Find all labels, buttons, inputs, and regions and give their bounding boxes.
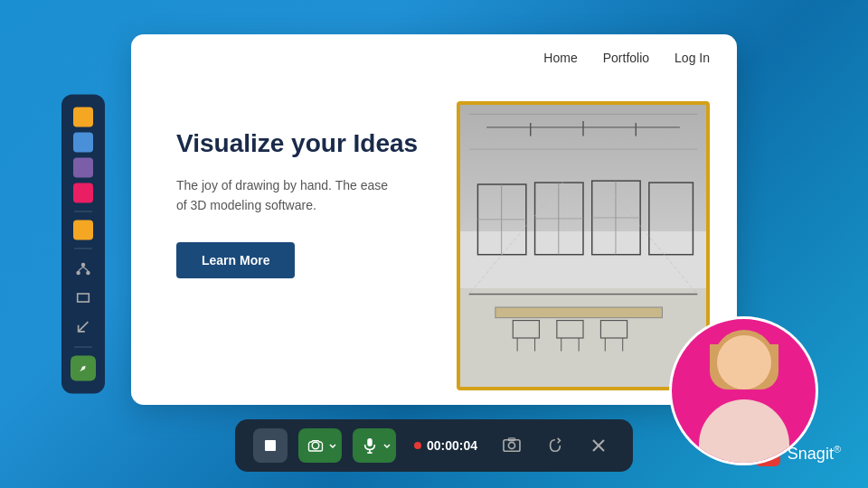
recording-dot	[414, 442, 421, 449]
svg-rect-17	[495, 307, 663, 318]
color-purple[interactable]	[73, 158, 93, 178]
avatar-circle	[669, 316, 818, 465]
mic-dropdown[interactable]	[378, 428, 396, 463]
screenshot-button[interactable]	[495, 429, 528, 462]
camera-group	[298, 428, 342, 463]
stop-button[interactable]	[253, 428, 288, 463]
close-button[interactable]	[582, 429, 615, 462]
color-orange2[interactable]	[73, 221, 93, 240]
avatar-head	[717, 335, 771, 389]
snagit-trademark: ®	[834, 444, 841, 455]
card-body: Visualize your Ideas The joy of drawing …	[131, 65, 737, 390]
svg-rect-21	[557, 321, 583, 338]
svg-rect-40	[367, 438, 372, 446]
avatar-body	[699, 399, 789, 463]
timer-display: 00:00:04	[427, 438, 477, 453]
color-blue[interactable]	[73, 133, 93, 153]
toolbar-divider-1	[74, 211, 92, 212]
mic-group	[353, 428, 396, 463]
svg-point-30	[76, 271, 80, 276]
svg-line-28	[583, 158, 697, 295]
svg-point-31	[86, 271, 90, 276]
left-toolbar	[61, 95, 105, 394]
color-orange[interactable]	[73, 108, 93, 127]
svg-line-35	[79, 322, 89, 332]
hero-subtitle: The joy of drawing by hand. The ease of …	[176, 175, 393, 216]
avatar-person	[672, 319, 816, 463]
svg-rect-34	[78, 294, 90, 302]
svg-rect-18	[513, 321, 539, 338]
svg-line-27	[469, 158, 583, 295]
hero-title: Visualize your Ideas	[176, 128, 439, 159]
arrow-icon[interactable]	[71, 315, 95, 339]
card-nav: Home Portfolio Log In	[131, 34, 737, 65]
svg-rect-43	[504, 440, 520, 452]
camera-dropdown[interactable]	[324, 428, 342, 463]
recording-timer: 00:00:04	[407, 438, 485, 453]
replay-button[interactable]	[539, 429, 571, 462]
toolbar-divider-3	[74, 347, 92, 348]
svg-rect-24	[600, 321, 627, 338]
main-card: Home Portfolio Log In Visualize your Ide…	[131, 34, 737, 405]
edit-icon[interactable]	[71, 356, 96, 381]
svg-rect-9	[649, 183, 693, 255]
svg-point-44	[508, 442, 514, 448]
nav-portfolio[interactable]: Portfolio	[603, 51, 649, 65]
connections-icon[interactable]	[71, 258, 95, 281]
svg-rect-38	[265, 440, 276, 451]
card-text-section: Visualize your Ideas The joy of drawing …	[176, 92, 439, 278]
svg-point-39	[312, 442, 319, 449]
color-pink[interactable]	[73, 183, 93, 203]
toolbar-divider-2	[74, 249, 92, 249]
learn-more-button[interactable]: Learn More	[176, 242, 295, 278]
nav-home[interactable]: Home	[543, 51, 577, 65]
nav-login[interactable]: Log In	[675, 51, 710, 65]
svg-point-29	[81, 263, 86, 267]
svg-line-32	[79, 267, 83, 271]
rectangle-icon[interactable]	[71, 286, 95, 310]
svg-line-33	[83, 267, 88, 271]
recording-toolbar: 00:00:04	[235, 419, 633, 472]
